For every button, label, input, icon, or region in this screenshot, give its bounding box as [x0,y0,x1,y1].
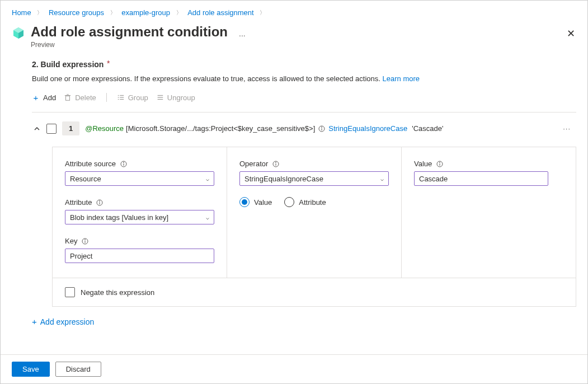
panel-col-value: Value Cascade [402,147,576,278]
discard-button[interactable]: Discard [55,362,101,377]
cube-icon [12,26,25,40]
svg-point-20 [100,200,100,201]
compare-type-radio-group: Value Attribute [239,197,389,207]
attribute-label: Attribute [65,198,214,207]
expression-more-icon[interactable]: ··· [563,124,571,133]
plus-icon: + [32,317,37,326]
attribute-source-select[interactable]: Resource ⌵ [65,171,214,186]
page-title: Add role assignment condition [31,24,228,40]
toolbar: + Add Delete Group Ungroup [32,93,576,102]
close-icon[interactable]: ✕ [567,27,575,40]
save-button[interactable]: Save [12,362,50,377]
negate-checkbox[interactable] [65,287,75,297]
expression-checkbox[interactable] [46,124,57,134]
operator-select[interactable]: StringEqualsIgnoreCase ⌵ [239,171,389,186]
group-icon [117,93,125,101]
chevron-down-icon: ⌵ [380,176,384,182]
expression-resource-token: @Resource [85,124,124,133]
expression-value: 'Cascade' [412,124,443,133]
expression-index: 1 [62,121,79,135]
learn-more-link[interactable]: Learn more [383,74,420,83]
chevron-right-icon: 〉 [260,10,265,16]
chevron-down-icon: ⌵ [206,176,209,182]
add-expression-button[interactable]: + Add expression [32,317,576,326]
key-input[interactable]: Project [65,249,214,263]
breadcrumb-home[interactable]: Home [12,8,31,17]
svg-point-14 [322,127,322,127]
more-actions-icon[interactable]: ··· [239,31,246,40]
expression-summary: 1 @Resource[Microsoft.Storage/.../tags:P… [32,120,576,137]
breadcrumb-example-group[interactable]: example-group [121,8,170,17]
svg-point-23 [85,239,86,240]
svg-point-17 [124,162,124,162]
value-label: Value [414,160,563,168]
info-icon[interactable] [436,161,443,167]
ungroup-icon [156,93,164,101]
breadcrumb-add-role-assignment[interactable]: Add role assignment [187,8,254,17]
page-header: Add role assignment condition Preview ··… [1,22,587,49]
toolbar-divider [106,93,107,102]
svg-point-26 [276,162,276,162]
plus-icon: + [32,93,40,101]
breadcrumb: Home 〉 Resource groups 〉 example-group 〉… [1,1,587,22]
value-input[interactable]: Cascade [414,171,548,186]
radio-attribute[interactable]: Attribute [284,197,326,207]
expression-text: @Resource[Microsoft.Storage/.../tags:Pro… [85,124,443,133]
toolbar-delete: Delete [64,93,96,102]
expression-block: 1 @Resource[Microsoft.Storage/.../tags:P… [32,112,576,326]
info-icon[interactable] [120,161,127,167]
toolbar-ungroup: Ungroup [156,93,195,102]
breadcrumb-resource-groups[interactable]: Resource groups [49,8,104,17]
expression-path: [Microsoft.Storage/.../tags:Project<$key… [126,124,315,133]
chevron-up-icon[interactable] [33,125,41,133]
step-title: 2. Build expression [32,60,104,69]
required-asterisk: * [107,59,110,68]
negate-row: Negate this expression [53,278,576,306]
chevron-right-icon: 〉 [176,10,182,16]
footer: Save Discard [1,354,587,383]
step-title-row: 2. Build expression * [32,60,576,69]
page-subtitle: Preview [31,41,228,49]
svg-point-29 [440,162,440,162]
svg-rect-0 [66,96,70,100]
step-help: Build one or more expressions. If the ex… [32,74,576,83]
trash-icon [64,93,72,101]
expression-panel: Attribute source Resource ⌵ Attribute [52,147,576,307]
panel-col-source: Attribute source Resource ⌵ Attribute [53,147,227,278]
info-icon[interactable] [318,125,325,132]
info-icon[interactable] [96,199,103,206]
key-label: Key [65,237,214,245]
toolbar-group: Group [117,93,148,102]
attribute-select[interactable]: Blob index tags [Values in key] ⌵ [65,210,214,224]
panel-col-operator: Operator StringEqualsIgnoreCase ⌵ Value [227,147,402,278]
chevron-right-icon: 〉 [37,10,43,16]
info-icon[interactable] [272,161,279,167]
chevron-down-icon: ⌵ [206,214,209,221]
chevron-right-icon: 〉 [110,10,116,16]
radio-value[interactable]: Value [239,197,272,207]
operator-label: Operator [239,160,389,168]
info-icon[interactable] [82,238,88,245]
expression-operator: StringEqualsIgnoreCase [328,124,407,133]
attribute-source-label: Attribute source [65,160,214,168]
toolbar-add[interactable]: + Add [32,93,56,102]
negate-label: Negate this expression [81,288,154,297]
